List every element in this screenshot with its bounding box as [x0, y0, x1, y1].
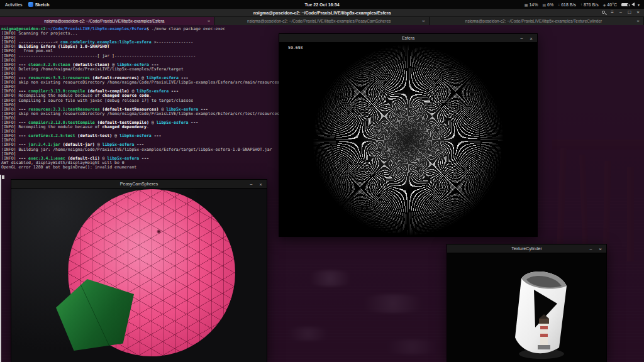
app-menu-label: Sketch [35, 3, 50, 7]
minimize-icon[interactable]: − [250, 180, 253, 189]
minimize-icon[interactable]: − [589, 244, 592, 253]
terminal-tab[interactable]: nsigma@poseidon-c2: ~/Code/PraxisLIVE/li… [214, 17, 429, 25]
top-bar-right: ▦14%▤6%↓618 B/s↑876 B/s◈40°C ▾ [525, 3, 644, 7]
app-menu[interactable]: Sketch [28, 2, 50, 7]
headerbar-actions: ≡ − □ × [602, 10, 644, 15]
top-bar-left: Activities Sketch [0, 2, 50, 7]
battery-icon [621, 3, 628, 6]
texturecylinder-window: TextureCylinder − × [447, 244, 607, 362]
esfera-canvas[interactable]: 59.693 [279, 43, 537, 236]
system-menu[interactable]: ▾ [621, 3, 640, 7]
activities-button[interactable]: Activities [5, 3, 23, 7]
upload-icon: ↑ [580, 3, 582, 6]
tab-label: nsigma@poseidon-c2: ~/Code/PraxisLIVE/li… [4, 19, 205, 23]
close-icon[interactable]: × [599, 244, 602, 253]
system-indicator[interactable]: ▦14% [525, 3, 538, 7]
close-icon[interactable]: × [636, 10, 640, 15]
indicator-label: 876 B/s [584, 3, 599, 7]
close-icon[interactable]: × [259, 180, 262, 189]
volume-icon [631, 3, 635, 6]
offscreen-window-edge [0, 175, 1, 362]
system-indicator[interactable]: ↑876 B/s [580, 3, 599, 7]
system-indicator[interactable]: ↓618 B/s [558, 3, 576, 7]
esfera-window: Esfera − × 59.693 [279, 33, 538, 237]
search-icon[interactable] [602, 10, 605, 15]
close-icon[interactable]: × [636, 18, 640, 24]
terminal-line: nsigma@poseidon-c2:~/Code/PraxisLIVE/lib… [1, 27, 644, 31]
indicator-list: ▦14%▤6%↓618 B/s↑876 B/s◈40°C [525, 3, 617, 7]
texturecylinder-title: TextureCylinder [511, 246, 542, 251]
terminal-tab[interactable]: nsigma@poseidon-c2: ~/Code/PraxisLIVE/li… [0, 17, 214, 25]
peasycam-canvas[interactable] [11, 189, 267, 362]
sphere-pole-vertex [157, 229, 161, 234]
memory-icon: ▤ [542, 3, 546, 7]
clock-menu[interactable]: Tue 22 Oct 16:54 [304, 0, 339, 9]
system-indicator[interactable]: ◈40°C [603, 3, 617, 7]
texturecylinder-canvas[interactable] [447, 253, 606, 362]
terminal-title: nsigma@poseidon-c2: ~/Code/PraxisLIVE/li… [253, 11, 391, 15]
system-indicator[interactable]: ▤6% [542, 3, 553, 7]
textured-cylinder-graphic [447, 253, 606, 362]
indicator-label: 14% [529, 3, 538, 7]
top-bar: Activities Sketch Tue 22 Oct 16:54 ▦14%▤… [0, 0, 644, 9]
terminal-cursor [2, 175, 4, 179]
chevron-down-icon: ▾ [638, 3, 640, 7]
terminal-headerbar[interactable]: nsigma@poseidon-c2: ~/Code/PraxisLIVE/li… [0, 9, 644, 17]
maximize-icon[interactable]: □ [628, 10, 631, 15]
esfera-titlebar[interactable]: Esfera − × [279, 34, 537, 43]
indicator-label: 40°C [607, 3, 617, 7]
peasycam-title: PeasyCamSpheres [120, 182, 158, 186]
gauge-icon: ▦ [525, 3, 528, 7]
peasycam-window: PeasyCamSpheres − × [11, 179, 267, 362]
texturecylinder-titlebar[interactable]: TextureCylinder − × [447, 244, 606, 253]
peasycam-titlebar[interactable]: PeasyCamSpheres − × [11, 180, 267, 189]
fuzzy-sphere-graphic [313, 45, 504, 236]
close-icon[interactable]: × [530, 34, 533, 43]
minimize-icon[interactable]: − [520, 34, 523, 43]
tab-label: nsigma@poseidon-c2: ~/Code/PraxisLIVE/li… [218, 19, 419, 23]
terminal-tab[interactable]: nsigma@poseidon-c2: ~/Code/PraxisLIVE/li… [430, 17, 644, 25]
thermometer-icon: ◈ [603, 3, 606, 7]
tab-label: nsigma@poseidon-c2: ~/Code/PraxisLIVE/li… [433, 19, 635, 23]
download-icon: ↓ [558, 3, 560, 6]
sketch-app-icon [28, 2, 33, 7]
terminal-tabbar: nsigma@poseidon-c2: ~/Code/PraxisLIVE/li… [0, 17, 644, 25]
esfera-title: Esfera [402, 36, 414, 40]
minimize-icon[interactable]: − [619, 10, 623, 15]
menu-icon[interactable]: ≡ [611, 10, 614, 15]
indicator-label: 618 B/s [561, 3, 576, 7]
framerate-readout: 59.693 [288, 45, 303, 50]
indicator-label: 6% [547, 3, 553, 7]
close-icon[interactable]: × [208, 18, 211, 24]
close-icon[interactable]: × [422, 18, 425, 24]
